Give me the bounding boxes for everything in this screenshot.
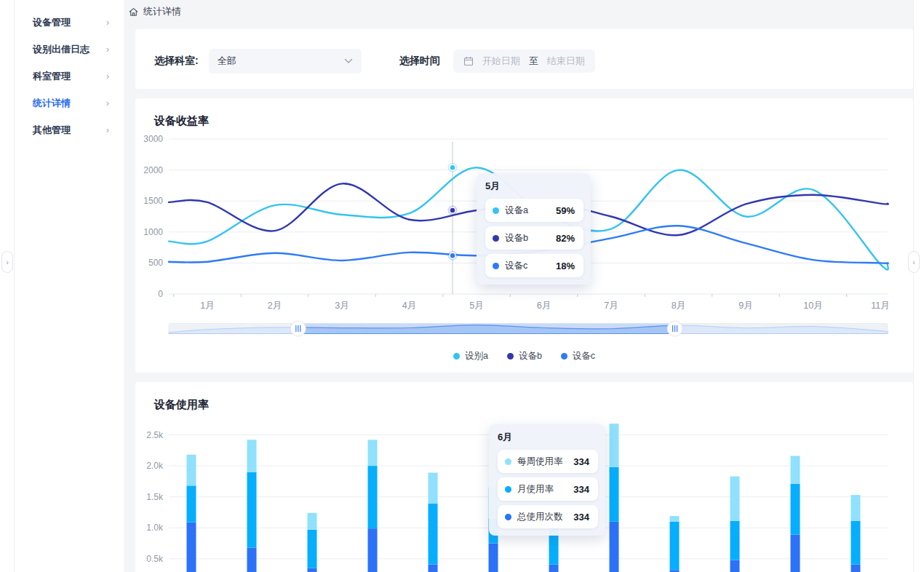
svg-text:3000: 3000 (143, 134, 163, 144)
date-start-input[interactable]: 开始日期 (482, 55, 520, 68)
legend-label: 设别a (465, 350, 488, 362)
svg-text:0.5k: 0.5k (146, 554, 164, 564)
sidebar-item-label: 统计详情 (33, 97, 71, 110)
tooltip-series-value: 18% (556, 261, 575, 271)
sidebar-expand-handle[interactable]: › (1, 251, 13, 273)
bar-segment-月使用率 (791, 484, 800, 535)
tooltip-series-value: 334 (573, 484, 589, 495)
sidebar-item-label: 设备管理 (33, 16, 71, 29)
tooltip-row: 设备c18% (485, 254, 584, 277)
svg-text:500: 500 (148, 258, 163, 268)
sidebar-item-statistics-detail[interactable]: 统计详情 › (15, 90, 124, 116)
bar-segment-总使用次数 (308, 568, 317, 572)
chevron-right-icon: › (106, 98, 109, 108)
bar-segment-月使用率 (610, 467, 619, 522)
svg-text:2月: 2月 (268, 301, 282, 311)
department-filter-label: 选择科室: (154, 55, 199, 68)
svg-text:7月: 7月 (604, 301, 618, 311)
bar-segment-月使用率 (247, 472, 257, 548)
legend-item[interactable]: 设别a (453, 350, 488, 362)
legend-item[interactable]: 设备c (561, 350, 595, 362)
sidebar-item-lending-log[interactable]: 设别出借日志 › (15, 36, 124, 63)
date-range-picker[interactable]: 开始日期 至 结束日期 (453, 49, 595, 73)
bar-segment-每周使用率 (851, 495, 861, 521)
filter-panel: 选择科室: 全部 选择时间 开始日期 至 结束日期 (135, 29, 913, 89)
svg-text:2.0k: 2.0k (146, 461, 164, 471)
svg-text:11月: 11月 (871, 301, 889, 311)
chevron-right-icon: › (106, 71, 109, 82)
left-gutter (0, 0, 15, 572)
series-dot-icon (493, 207, 499, 214)
tooltip-row: 月使用率334 (498, 477, 598, 501)
breadcrumb[interactable]: 统计详情 (128, 5, 181, 18)
tooltip-series-value: 334 (573, 456, 589, 467)
main-content: 统计详情 选择科室: 全部 选择时间 开始日期 至 结束日期 (124, 0, 924, 572)
legend-label: 设备b (519, 350, 542, 362)
tooltip-series-label: 设备c (505, 260, 527, 272)
bar-segment-月使用率 (368, 466, 378, 528)
datazoom-handle-left[interactable] (290, 321, 306, 336)
tooltip-row: 设备a59% (485, 199, 584, 222)
svg-text:8月: 8月 (672, 301, 685, 311)
bar-segment-每周使用率 (730, 477, 740, 521)
bar-segment-总使用次数 (730, 560, 740, 572)
sidebar-item-label: 其他管理 (33, 124, 71, 137)
svg-text:1500: 1500 (143, 196, 163, 206)
bar-segment-月使用率 (851, 521, 861, 565)
bar-chart-tooltip: 6月 每周使用率334月使用率334总使用次数334 (489, 424, 605, 536)
tooltip-series-label: 设备b (505, 232, 528, 245)
bar-segment-总使用次数 (187, 523, 196, 572)
datazoom-handle-right[interactable] (667, 321, 682, 336)
svg-text:6月: 6月 (537, 301, 551, 311)
bar-segment-月使用率 (670, 522, 680, 570)
legend-dot-icon (507, 353, 514, 360)
tooltip-title: 6月 (498, 431, 598, 444)
bar-segment-总使用次数 (247, 548, 257, 572)
series-dot-icon (505, 458, 511, 465)
svg-text:4月: 4月 (402, 301, 416, 311)
svg-text:1000: 1000 (143, 227, 163, 237)
bar-segment-每周使用率 (247, 440, 257, 472)
legend-item[interactable]: 设备b (507, 350, 542, 362)
tooltip-series-value: 334 (573, 512, 589, 523)
bar-segment-总使用次数 (549, 565, 559, 572)
revenue-chart-panel: 设备收益率 050010001500200030001月2月3月4月5月6月7月… (135, 98, 913, 373)
sidebar-item-device-management[interactable]: 设备管理 › (15, 9, 124, 36)
svg-text:9月: 9月 (738, 301, 752, 311)
breadcrumb-label: 统计详情 (143, 5, 181, 18)
date-separator: 至 (529, 55, 538, 68)
bar-segment-月使用率 (429, 504, 438, 564)
svg-text:0: 0 (158, 289, 163, 299)
bar-segment-每周使用率 (429, 472, 438, 504)
sidebar-item-department-management[interactable]: 科室管理 › (15, 63, 124, 90)
svg-text:10月: 10月 (803, 301, 822, 311)
chevron-right-icon: › (106, 44, 109, 55)
department-select-value: 全部 (218, 55, 236, 68)
tooltip-series-label: 设备a (505, 204, 528, 217)
svg-text:2000: 2000 (143, 165, 163, 175)
bar-segment-每周使用率 (791, 456, 800, 483)
tooltip-row: 每周使用率334 (498, 450, 598, 473)
bar-segment-每周使用率 (308, 513, 317, 530)
tooltip-series-label: 每周使用率 (517, 456, 563, 468)
revenue-chart-title: 设备收益率 (154, 114, 209, 128)
svg-text:1.0k: 1.0k (146, 523, 164, 533)
legend-dot-icon (561, 353, 567, 360)
svg-text:3月: 3月 (335, 301, 349, 311)
tooltip-row: 设备b82% (485, 226, 584, 250)
bar-segment-总使用次数 (851, 565, 861, 572)
department-select[interactable]: 全部 (209, 49, 362, 74)
chart-legend: 设别a设备b设备c (135, 350, 913, 362)
tooltip-series-value: 82% (556, 233, 575, 244)
series-dot-icon (493, 263, 499, 269)
bar-segment-总使用次数 (368, 528, 378, 572)
bar-segment-每周使用率 (368, 440, 378, 466)
panel-collapse-handle[interactable]: ‹ (908, 251, 920, 273)
calendar-icon (463, 56, 474, 66)
date-end-input[interactable]: 结束日期 (547, 55, 585, 68)
chevron-right-icon: › (106, 17, 109, 28)
sidebar-item-label: 科室管理 (33, 70, 71, 83)
bar-segment-总使用次数 (610, 522, 619, 572)
sidebar-item-other-management[interactable]: 其他管理 › (15, 116, 124, 143)
time-filter-label: 选择时间 (399, 55, 440, 68)
